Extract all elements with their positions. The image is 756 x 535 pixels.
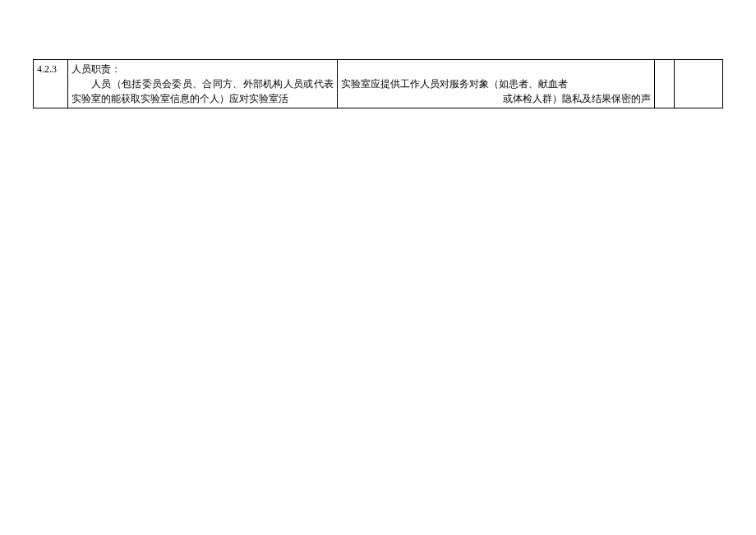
requirement-line1: 实验室应提供工作人员对服务对象（如患者、献血者 [341,76,651,91]
description-title: 人员职责： [71,62,334,76]
description-body: 人员（包括委员会委员、合同方、外部机构人员或代表实验室的能获取实验室信息的个人）… [71,76,334,106]
requirement-line2: 或体检人群）隐私及结果保密的声 [341,91,651,106]
description-cell: 人员职责： 人员（包括委员会委员、合同方、外部机构人员或代表实验室的能获取实验室… [68,60,338,108]
clause-number: 4.2.3 [37,63,57,75]
empty-cell-2 [675,60,722,108]
empty-cell-1 [655,60,675,108]
requirement-cell: 实验室应提供工作人员对服务对象（如患者、献血者 或体检人群）隐私及结果保密的声 [338,60,655,108]
clause-number-cell: 4.2.3 [34,60,68,108]
table-row: 4.2.3 人员职责： 人员（包括委员会委员、合同方、外部机构人员或代表实验室的… [33,59,723,108]
